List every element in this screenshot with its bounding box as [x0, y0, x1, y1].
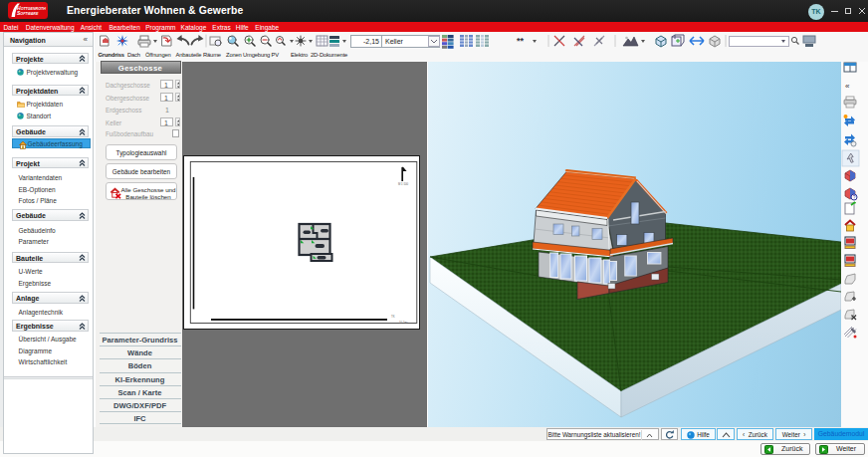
svg-text:?: ?	[853, 194, 856, 200]
svg-text:«: «	[845, 82, 850, 91]
svg-text:Keller: Keller	[385, 38, 404, 45]
svg-text:TK: TK	[391, 315, 395, 319]
svg-text:**: **	[517, 36, 525, 46]
svg-text:-2,15: -2,15	[363, 38, 379, 45]
svg-text:10.1m²: 10.1m²	[399, 321, 408, 325]
svg-text:M 1:100: M 1:100	[398, 182, 409, 186]
